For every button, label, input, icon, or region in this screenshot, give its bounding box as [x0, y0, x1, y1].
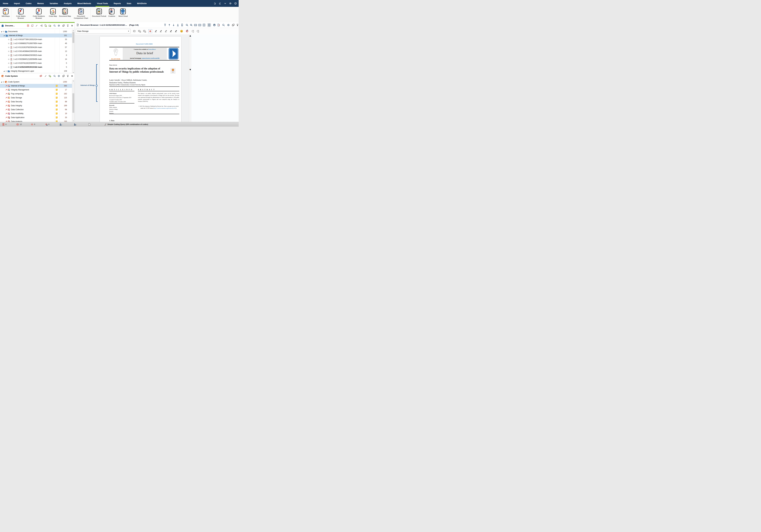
menu-item-visual-tools[interactable]: Visual Tools [94, 0, 111, 7]
code-row[interactable]: Data Storage115 [0, 96, 72, 100]
memo-icon[interactable] [56, 96, 58, 99]
document-row[interactable]: 1-s2.0-S0268401218309496-main14 [0, 57, 72, 61]
close-icon[interactable] [71, 24, 73, 27]
scrollbar-thumb[interactable] [189, 37, 192, 68]
in-vivo-icon[interactable] [186, 30, 189, 33]
ribbon-button-document-map[interactable]: Document Map [58, 8, 72, 18]
code-icon[interactable] [133, 30, 136, 33]
zoom-in-icon[interactable] [190, 24, 193, 27]
undock-icon[interactable] [232, 24, 235, 27]
menu-item-mixed-methods[interactable]: Mixed Methods [75, 0, 94, 7]
fit-page-icon[interactable] [203, 24, 205, 27]
code-row[interactable]: Fog computing182 [0, 92, 72, 96]
check-for-updates-badge[interactable]: Check for updates [171, 68, 175, 74]
menu-item-analysis[interactable]: Analysis [61, 0, 75, 7]
zoom-out-icon[interactable] [186, 24, 188, 27]
code-tree-scrollbar[interactable]: ▲ ▼ [72, 80, 75, 122]
collapse-icon[interactable] [67, 24, 69, 27]
document-row[interactable]: 1-s2.0-S0140366420300335-main13 [0, 49, 72, 53]
code-new-icon[interactable] [138, 30, 141, 33]
code-row[interactable]: Data Integrity169 [0, 104, 72, 108]
next-page-icon[interactable] [172, 24, 175, 27]
status-item[interactable]: 0 [2, 123, 14, 126]
new-document-icon[interactable] [44, 24, 47, 27]
memo-icon[interactable] [27, 24, 29, 27]
memo-icon[interactable] [56, 116, 58, 119]
collapse-icon[interactable] [67, 75, 69, 77]
pen-4-icon[interactable] [169, 30, 172, 33]
code-new-alt-icon[interactable] [143, 30, 146, 33]
memo-slot-dot[interactable] [8, 43, 9, 44]
settings-icon[interactable] [227, 24, 230, 27]
menu-item-home[interactable]: Home [0, 0, 11, 7]
memo-icon[interactable] [56, 100, 58, 103]
memo-icon[interactable] [56, 108, 58, 111]
scroll-up-icon[interactable]: ▲ [72, 80, 75, 82]
memo-icon[interactable] [56, 85, 58, 87]
code-row[interactable]: Integrity Management17 [0, 88, 72, 92]
ribbon-button-maxmaps[interactable]: MAXMaps [1, 8, 11, 18]
code-row[interactable]: Data Availibility19 [0, 112, 72, 115]
memo-slot-dot[interactable] [8, 67, 9, 68]
redo-icon[interactable] [219, 2, 221, 5]
memo-slot-dot[interactable] [3, 31, 4, 32]
code-row[interactable]: Data Application33 [0, 115, 72, 119]
open-coding-icon[interactable] [149, 30, 152, 33]
ring-x-icon[interactable] [196, 30, 200, 33]
pen-3-icon[interactable] [164, 30, 167, 33]
status-item[interactable]: 0 [31, 123, 43, 126]
status-item[interactable] [74, 123, 86, 126]
first-page-icon[interactable] [164, 24, 166, 27]
settings-icon[interactable] [58, 75, 60, 77]
import-icon[interactable] [40, 24, 43, 27]
memo-slot-dot[interactable] [3, 81, 4, 83]
previous-page-icon[interactable] [168, 24, 171, 27]
document-scrollbar[interactable]: ▲ ▼ [189, 34, 192, 122]
settings-icon[interactable] [229, 2, 232, 5]
emoticode-icon[interactable] [180, 30, 183, 33]
code-row[interactable]: Data Analysis193 [0, 119, 72, 122]
export-icon[interactable] [217, 24, 220, 27]
menu-item-maxdictio[interactable]: MAXDictio [134, 0, 149, 7]
memo-slot-dot[interactable] [8, 39, 9, 40]
code-row[interactable]: Data Collection56 [0, 108, 72, 112]
zoom-100-icon[interactable]: 100% [194, 24, 197, 27]
memo-slot-dot[interactable] [8, 47, 9, 48]
document-row[interactable]: 1-s2.0-S2352340919310182-main5 [0, 65, 72, 69]
ribbon-button-code-matrix-browser[interactable]: Code Matrix Browser [12, 8, 30, 20]
ribbon-button-code-map[interactable]: Code Map [48, 8, 58, 18]
search-icon[interactable] [53, 24, 56, 27]
ribbon-button-code-relations-browser[interactable]: Code Relations Browser [30, 8, 48, 20]
memo-icon[interactable] [56, 89, 58, 91]
ribbon-button-document-portrait[interactable]: Document Portrait [91, 8, 107, 18]
smiley-icon[interactable] [234, 2, 237, 5]
chevron-down-icon[interactable] [224, 2, 226, 5]
menu-item-stats[interactable]: Stats [124, 0, 134, 7]
status-item[interactable] [59, 123, 72, 126]
scrollbar-thumb[interactable] [73, 93, 74, 113]
menu-item-codes[interactable]: Codes [23, 0, 34, 7]
memo-icon[interactable] [56, 92, 58, 95]
scrollbar-thumb[interactable] [73, 32, 74, 43]
bookmark-icon[interactable] [181, 24, 184, 27]
document-row[interactable]: ◢internet of things181 [0, 33, 72, 37]
expander-icon[interactable]: ◢ [1, 31, 2, 32]
quick-code-selector[interactable]: Data Storage ▼ [76, 29, 131, 33]
close-icon[interactable] [71, 75, 73, 77]
settings-icon[interactable] [58, 24, 60, 27]
search-icon[interactable] [222, 24, 225, 27]
document-tree-scrollbar[interactable]: ▲ ▼ [72, 30, 75, 74]
memo-slot-dot[interactable] [8, 59, 9, 60]
memo-slot-dot[interactable] [8, 55, 9, 56]
memo-icon[interactable] [56, 112, 58, 115]
edit-filter-icon[interactable] [44, 75, 47, 77]
memo-slot-dot[interactable] [8, 63, 9, 64]
expander-icon[interactable]: ◢ [4, 70, 5, 72]
new-code-icon[interactable] [48, 75, 51, 77]
edit-filter-icon[interactable] [35, 24, 38, 27]
last-page-icon[interactable] [176, 24, 179, 27]
coding-stripe-bracket[interactable] [96, 64, 97, 102]
expander-icon[interactable]: ◢ [4, 35, 5, 36]
menu-item-memos[interactable]: Memos [34, 0, 47, 7]
coding-stripe-label[interactable]: Internet of things [76, 84, 95, 86]
